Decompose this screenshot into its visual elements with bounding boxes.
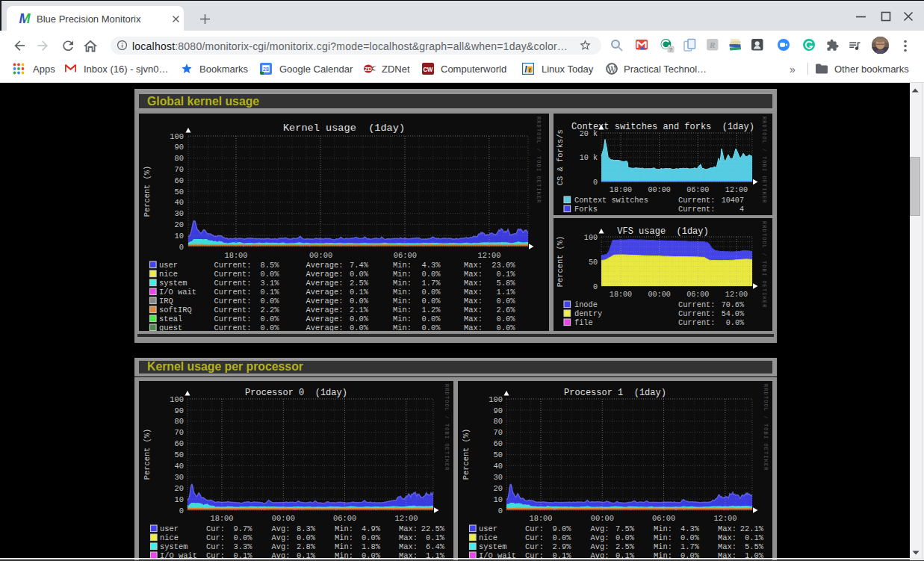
svg-text:22.5%: 22.5% [421, 524, 445, 533]
svg-text:Cur:: Cur: [525, 524, 544, 533]
svg-text:RRDTOOL / TOBI OETIKER: RRDTOOL / TOBI OETIKER [444, 384, 450, 471]
svg-text:Current:: Current: [678, 205, 715, 214]
svg-text:50: 50 [589, 258, 598, 267]
svg-text:0.0%: 0.0% [350, 314, 369, 323]
svg-text:5.8%: 5.8% [497, 279, 516, 288]
svg-text:Min:: Min: [393, 288, 412, 297]
svg-text:10 k: 10 k [580, 154, 598, 162]
svg-text:9.7%: 9.7% [234, 524, 253, 533]
svg-text:3.3%: 3.3% [234, 542, 253, 551]
svg-text:Average:: Average: [306, 314, 344, 323]
svg-text:Max:: Max: [718, 542, 737, 551]
svg-text:user: user [159, 261, 178, 270]
svg-text:Max:: Max: [464, 314, 483, 323]
svg-text:Min:: Min: [393, 323, 412, 331]
svg-text:Current:: Current: [214, 261, 252, 270]
svg-text:30: 30 [175, 209, 184, 218]
svg-text:0: 0 [593, 283, 598, 291]
svg-text:0: 0 [498, 506, 503, 515]
svg-text:90: 90 [175, 406, 184, 415]
svg-text:Max:: Max: [464, 279, 483, 288]
svg-text:Current:: Current: [214, 297, 252, 306]
svg-text:Forks: Forks [574, 205, 598, 214]
svg-text:Max:: Max: [718, 533, 737, 542]
svg-text:0.0%: 0.0% [422, 270, 441, 279]
svg-text:Min:: Min: [393, 297, 412, 306]
svg-text:Kernel usage (1day): Kernel usage (1day) [283, 123, 405, 134]
svg-text:0.0%: 0.0% [422, 323, 441, 331]
svg-text:20: 20 [494, 484, 503, 493]
svg-text:Average:: Average: [306, 279, 344, 288]
svg-text:Avg:: Avg: [272, 542, 291, 551]
svg-text:06:00: 06:00 [686, 186, 709, 194]
svg-text:Max:: Max: [399, 542, 418, 551]
svg-text:18:00: 18:00 [210, 514, 233, 523]
svg-text:3.1%: 3.1% [261, 279, 280, 288]
svg-text:18:00: 18:00 [610, 186, 632, 194]
svg-text:0: 0 [593, 179, 598, 187]
svg-text:90: 90 [494, 406, 503, 415]
svg-text:M: M [19, 13, 31, 25]
svg-text:Cur:: Cur: [206, 524, 225, 533]
svg-text:Cur:: Cur: [525, 542, 544, 551]
svg-text:Processor 1 (1day): Processor 1 (1day) [564, 388, 666, 398]
svg-text:00:00: 00:00 [591, 514, 614, 523]
svg-text:0.0%: 0.0% [362, 533, 381, 542]
svg-text:Min:: Min: [654, 542, 672, 551]
svg-text:Min:: Min: [393, 306, 412, 314]
svg-text:7.5%: 7.5% [616, 524, 635, 533]
svg-text:CS & forks/s: CS & forks/s [556, 129, 565, 185]
svg-text:0.0%: 0.0% [261, 297, 280, 306]
svg-text:70.6%: 70.6% [722, 301, 745, 309]
svg-text:00:00: 00:00 [648, 291, 671, 299]
svg-text:Max:: Max: [464, 297, 483, 306]
svg-text:inode: inode [574, 300, 598, 309]
svg-text:22.1%: 22.1% [740, 524, 764, 533]
svg-text:10: 10 [175, 495, 184, 504]
svg-text:60: 60 [494, 439, 503, 448]
svg-text:70: 70 [494, 428, 503, 437]
svg-text:0.0%: 0.0% [726, 319, 745, 327]
svg-text:80: 80 [494, 417, 503, 426]
svg-text:ZD: ZD [365, 66, 373, 72]
svg-text:40: 40 [175, 198, 184, 207]
svg-text:Avg:: Avg: [591, 533, 610, 542]
svg-text:10: 10 [175, 232, 184, 241]
svg-text:2.5%: 2.5% [350, 279, 369, 288]
svg-text:2.9%: 2.9% [553, 542, 572, 551]
svg-text:0.0%: 0.0% [497, 297, 516, 306]
svg-text:0.1%: 0.1% [745, 533, 764, 542]
svg-text:Percent (%): Percent (%) [462, 429, 471, 480]
svg-text:2.1%: 2.1% [350, 306, 369, 314]
svg-text:Current:: Current: [214, 279, 252, 288]
svg-text:70: 70 [175, 428, 184, 437]
svg-text:00:00: 00:00 [648, 186, 671, 194]
svg-text:Avg:: Avg: [272, 524, 291, 533]
svg-text:2.6%: 2.6% [497, 306, 516, 314]
svg-text:guest: guest [159, 323, 182, 331]
svg-text:0.0%: 0.0% [422, 314, 441, 323]
svg-text:12:00: 12:00 [713, 514, 737, 523]
svg-text:Processor 0 (1day): Processor 0 (1day) [245, 388, 347, 398]
svg-text:user: user [479, 524, 497, 533]
svg-text:VFS usage (1day): VFS usage (1day) [617, 226, 708, 237]
svg-text:12:00: 12:00 [477, 251, 500, 260]
svg-text:18:00: 18:00 [610, 291, 632, 299]
svg-text:Context switches and forks (1: Context switches and forks (1day) [571, 122, 754, 132]
svg-text:Average:: Average: [306, 261, 344, 270]
svg-text:Min:: Min: [335, 533, 353, 542]
svg-text:0.0%: 0.0% [350, 270, 369, 279]
svg-text:Max:: Max: [464, 323, 483, 331]
svg-text:2.2%: 2.2% [261, 306, 280, 314]
svg-text:Max:: Max: [464, 270, 483, 279]
svg-text:0.1%: 0.1% [426, 533, 445, 542]
svg-text:0: 0 [179, 243, 184, 252]
svg-text:Percent (%): Percent (%) [556, 236, 565, 288]
svg-text:system: system [159, 279, 187, 288]
svg-text:100: 100 [489, 395, 503, 404]
svg-text:06:00: 06:00 [333, 514, 356, 523]
svg-text:2.8%: 2.8% [297, 542, 316, 551]
svg-text:18:00: 18:00 [529, 514, 552, 523]
svg-text:0.0%: 0.0% [261, 314, 280, 323]
svg-text:Max:: Max: [399, 524, 418, 533]
